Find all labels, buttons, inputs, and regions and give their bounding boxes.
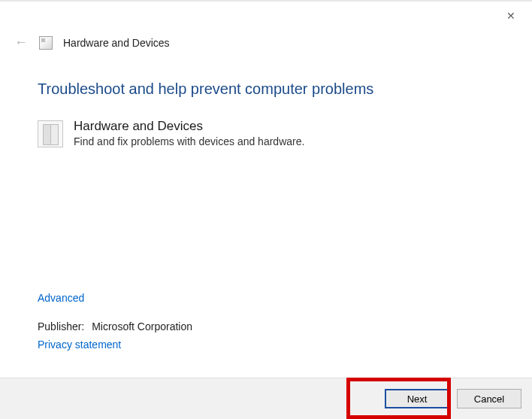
publisher-name: Microsoft Corporation (92, 320, 192, 332)
page-heading: Troubleshoot and help prevent computer p… (38, 80, 494, 98)
next-button[interactable]: Next (385, 389, 449, 408)
close-icon[interactable]: ✕ (503, 10, 518, 22)
publisher-row: Publisher: Microsoft Corporation (38, 320, 192, 332)
footer-bar: Next Cancel (0, 378, 532, 419)
troubleshooter-text: Hardware and Devices Find and fix proble… (74, 119, 304, 147)
troubleshooter-description: Find and fix problems with devices and h… (74, 135, 304, 147)
privacy-statement-link[interactable]: Privacy statement (38, 339, 192, 351)
window-title: Hardware and Devices (63, 37, 170, 49)
advanced-link[interactable]: Advanced (38, 292, 192, 304)
content-area: Troubleshoot and help prevent computer p… (0, 58, 532, 147)
title-bar: ✕ (0, 2, 532, 30)
troubleshooter-title: Hardware and Devices (74, 119, 304, 134)
hardware-icon (38, 120, 63, 147)
cancel-button[interactable]: Cancel (457, 389, 521, 408)
app-icon (39, 36, 53, 50)
back-arrow-icon: ← (14, 35, 29, 50)
lower-links-section: Advanced Publisher: Microsoft Corporatio… (38, 292, 192, 367)
header-row: ← Hardware and Devices (0, 30, 532, 58)
publisher-label: Publisher: (38, 320, 84, 332)
troubleshooter-item: Hardware and Devices Find and fix proble… (38, 119, 494, 147)
